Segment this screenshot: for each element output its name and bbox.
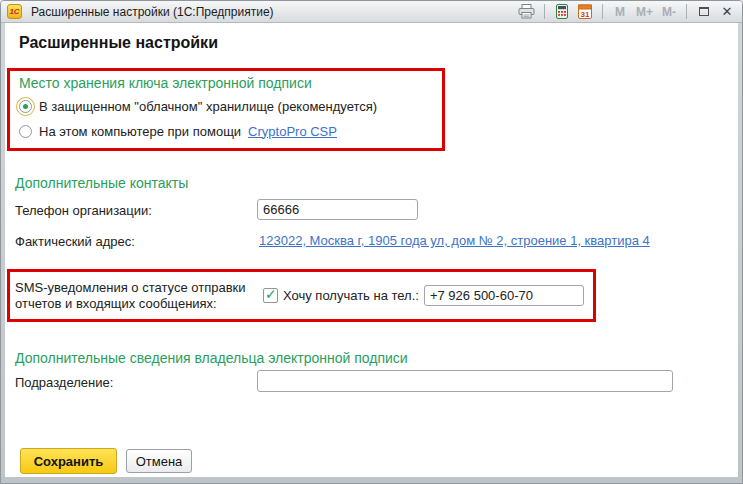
1c-logo-icon: 1С	[7, 4, 22, 19]
titlebar-separator	[544, 4, 545, 19]
app-window: 1С Расширенные настройки (1С:Предприятие…	[0, 0, 743, 484]
close-button[interactable]: ✕	[718, 3, 736, 21]
print-icon[interactable]	[518, 3, 536, 21]
svg-text:31: 31	[581, 10, 590, 19]
titlebar: 1С Расширенные настройки (1С:Предприятие…	[1, 1, 742, 23]
owner-info-header: Дополнительные сведения владельца электр…	[15, 350, 408, 366]
save-button[interactable]: Сохранить	[20, 448, 117, 474]
key-storage-header: Место хранения ключа электронной подписи	[19, 75, 435, 91]
sms-notifications-label: SMS-уведомления о статусе отправки отчет…	[15, 280, 258, 312]
sms-phone-input[interactable]	[424, 285, 584, 306]
page-title: Расширенные настройки	[19, 34, 218, 52]
cloud-storage-radio[interactable]	[19, 100, 32, 113]
cryptopro-csp-link[interactable]: CryptoPro CSP	[248, 124, 337, 139]
sms-label-line1: SMS-уведомления о статусе отправки	[15, 280, 246, 295]
maximize-button[interactable]	[695, 3, 713, 21]
sms-opt-in-checkbox[interactable]	[263, 288, 278, 303]
org-phone-input[interactable]	[257, 199, 418, 220]
maximize-icon	[699, 7, 709, 16]
calculator-icon[interactable]	[553, 3, 571, 21]
contacts-header: Дополнительные контакты	[15, 175, 188, 191]
titlebar-separator	[602, 4, 603, 19]
window-title: Расширенные настройки (1С:Предприятие)	[31, 5, 274, 19]
actual-address-label: Фактический адрес:	[15, 234, 135, 249]
sms-opt-in-label: Хочу получать на тел.:	[283, 288, 419, 303]
department-input[interactable]	[257, 370, 673, 392]
sms-label-line2: отчетов и входящих сообщениях:	[15, 296, 217, 311]
cancel-button[interactable]: Отмена	[126, 449, 192, 473]
titlebar-buttons: 31 M M+ M- ✕	[518, 3, 736, 21]
local-computer-label: На этом компьютере при помощи	[39, 124, 241, 139]
titlebar-separator	[686, 4, 687, 19]
radio-option-local[interactable]: На этом компьютере при помощи CryptoPro …	[19, 121, 435, 141]
department-label: Подразделение:	[15, 375, 113, 390]
calendar-icon[interactable]: 31	[576, 3, 594, 21]
actual-address-link[interactable]: 123022, Москва г, 1905 года ул, дом № 2,…	[259, 233, 650, 248]
cloud-storage-label: В защищенном "облачном" хранилище (реком…	[39, 99, 377, 114]
sms-notifications-group: SMS-уведомления о статусе отправки отчет…	[7, 269, 596, 322]
radio-option-cloud[interactable]: В защищенном "облачном" хранилище (реком…	[19, 96, 435, 116]
local-computer-radio[interactable]	[19, 125, 32, 138]
key-storage-group: Место хранения ключа электронной подписи…	[7, 68, 445, 151]
memory-m-button[interactable]: M	[611, 3, 629, 21]
dialog-content: Расширенные настройки Место хранения клю…	[5, 23, 738, 477]
memory-m-plus-button[interactable]: M+	[634, 3, 655, 21]
org-phone-label: Телефон организации:	[15, 203, 152, 218]
memory-m-minus-button[interactable]: M-	[660, 3, 678, 21]
